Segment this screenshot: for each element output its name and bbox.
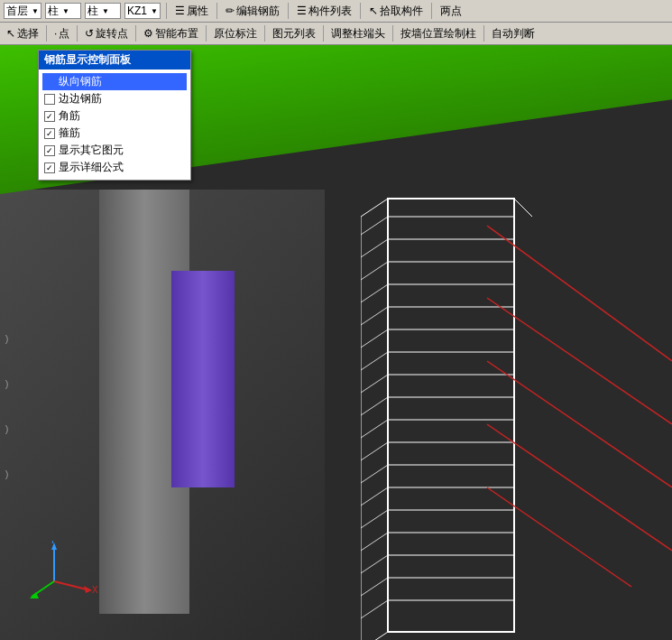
svg-line-33 (361, 420, 388, 438)
point-label: 点 (59, 26, 69, 42)
sep-s5 (264, 25, 265, 42)
sep-s1 (46, 25, 47, 42)
point-button[interactable]: · 点 (51, 25, 72, 42)
axis-svg: Y X (27, 541, 99, 604)
edit-rebar-label: 编辑钢筋 (236, 4, 280, 19)
auto-judge-label: 自动判断 (492, 26, 535, 42)
checkbox-edge[interactable] (44, 94, 55, 105)
properties-button[interactable]: ☰ 属性 (172, 3, 211, 20)
label-show-others: 显示其它图元 (59, 143, 124, 158)
sep-s6 (323, 25, 324, 42)
bracket-mark-1: ) (5, 333, 9, 344)
svg-line-30 (361, 352, 388, 370)
sep-s7 (392, 25, 393, 42)
select-button[interactable]: ↖ 选择 (4, 25, 41, 42)
panel-row-show-formula[interactable]: 显示详细公式 (44, 159, 185, 176)
adjust-column-end-label: 调整柱端头 (331, 26, 385, 42)
control-panel-content: 纵向钢筋 边边钢筋 角筋 箍筋 显示其它图元 (39, 70, 190, 180)
rotate-label: 旋转点 (96, 26, 128, 42)
smart-layout-label: 智能布置 (155, 26, 198, 42)
sep-s8 (483, 25, 484, 42)
panel-row-corner[interactable]: 角筋 (44, 107, 185, 125)
panel-row-edge[interactable]: 边边钢筋 (44, 90, 185, 107)
element-list-label: 图元列表 (272, 26, 316, 42)
pick-component-icon: ↖ (369, 5, 378, 17)
rotate-button[interactable]: ↺ 旋转点 (82, 25, 131, 42)
kz1-label: KZ1 (127, 5, 147, 17)
sep-s4 (206, 25, 207, 42)
svg-line-28 (361, 307, 388, 325)
checkbox-corner[interactable] (44, 111, 55, 122)
pick-component-button[interactable]: ↖ 拾取构件 (366, 3, 426, 20)
sep-s2 (77, 25, 78, 42)
two-point-label: 两点 (440, 4, 462, 19)
svg-line-38 (361, 533, 388, 551)
draw-column-by-wall-button[interactable]: 按墙位置绘制柱 (398, 25, 479, 42)
label-show-formula: 显示详细公式 (59, 160, 124, 175)
auto-judge-button[interactable]: 自动判断 (489, 25, 538, 42)
floor-dropdown[interactable]: 首层 ▼ (4, 3, 41, 19)
svg-line-35 (361, 465, 388, 483)
in-situ-annotation-button[interactable]: 原位标注 (211, 25, 260, 42)
component-list-button[interactable]: ☰ 构件列表 (294, 3, 354, 20)
component-list-icon: ☰ (297, 5, 307, 17)
axis-indicator: Y X (27, 541, 99, 595)
kz1-dropdown[interactable]: KZ1 ▼ (124, 3, 161, 19)
floor-label: 首层 (6, 4, 28, 19)
select-icon: ↖ (6, 27, 15, 40)
svg-line-23 (514, 199, 532, 217)
svg-line-41 (361, 600, 388, 618)
svg-line-27 (361, 284, 388, 302)
separator2 (216, 3, 217, 19)
in-situ-annotation-label: 原位标注 (214, 26, 257, 42)
element-list-button[interactable]: 图元列表 (270, 25, 318, 42)
component-type-dropdown2[interactable]: 柱 ▼ (85, 3, 121, 19)
edit-rebar-button[interactable]: ✏ 编辑钢筋 (223, 3, 282, 20)
checkbox-stirrup[interactable] (44, 128, 55, 139)
sep-s3 (135, 25, 136, 42)
svg-line-36 (361, 487, 388, 506)
smart-layout-button[interactable]: ⚙ 智能布置 (141, 25, 201, 42)
dropdown-arrow2: ▼ (102, 7, 109, 15)
separator3 (288, 3, 289, 19)
left-brackets: ) ) ) ) (0, 316, 14, 496)
point-icon: · (54, 27, 57, 40)
panel-row-show-others[interactable]: 显示其它图元 (44, 142, 185, 159)
properties-icon: ☰ (175, 5, 185, 17)
svg-rect-0 (388, 199, 514, 632)
panel-row-stirrup[interactable]: 箍筋 (44, 125, 185, 142)
wireframe-column (361, 190, 532, 640)
label-longitudinal: 纵向钢筋 (59, 74, 102, 89)
component-type-dropdown1[interactable]: 柱 ▼ (45, 3, 81, 19)
component-type-label2: 柱 (87, 4, 98, 19)
edit-rebar-icon: ✏ (226, 5, 235, 17)
svg-line-37 (361, 510, 388, 528)
svg-marker-50 (84, 586, 92, 593)
control-panel: 钢筋显示控制面板 纵向钢筋 边边钢筋 角筋 箍筋 (38, 50, 191, 181)
checkbox-show-others[interactable] (44, 145, 55, 156)
bracket-mark-3: ) (5, 423, 9, 434)
checkbox-longitudinal[interactable] (44, 77, 55, 88)
toolbar-second: ↖ 选择 · 点 ↺ 旋转点 ⚙ 智能布置 原位标注 图元列表 调整柱端头 按墙… (0, 23, 672, 45)
properties-label: 属性 (187, 4, 208, 19)
panel-row-longitudinal[interactable]: 纵向钢筋 (42, 73, 187, 90)
svg-line-19 (361, 199, 388, 217)
rotate-icon: ↺ (85, 27, 94, 40)
pick-component-label: 拾取构件 (380, 4, 423, 19)
select-label: 选择 (17, 26, 39, 42)
two-point-button[interactable]: 两点 (437, 3, 465, 20)
separator1 (166, 3, 167, 19)
svg-line-25 (361, 239, 388, 257)
wireframe-svg (361, 190, 532, 640)
svg-line-26 (361, 262, 388, 280)
checkbox-show-formula[interactable] (44, 162, 55, 173)
component-list-label: 构件列表 (308, 4, 352, 19)
adjust-column-end-button[interactable]: 调整柱端头 (328, 25, 388, 42)
svg-line-40 (361, 578, 388, 596)
main-canvas: ) ) ) ) Y X 钢筋显示控制面板 纵向钢筋 (0, 45, 672, 640)
control-panel-title: 钢筋显示控制面板 (39, 51, 190, 70)
label-corner: 角筋 (59, 108, 80, 124)
toolbar-top: 首层 ▼ 柱 ▼ 柱 ▼ KZ1 ▼ ☰ 属性 ✏ 编辑钢筋 ☰ 构件列表 ↖ … (0, 0, 672, 23)
bracket-mark-4: ) (5, 468, 9, 479)
purple-element (171, 271, 235, 487)
